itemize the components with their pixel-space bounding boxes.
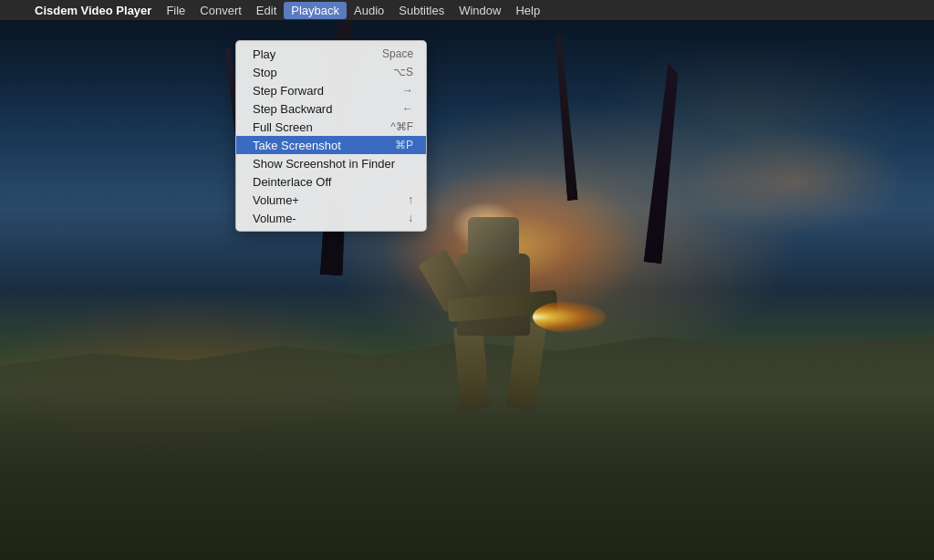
spire-3 [554,36,579,201]
mech-robot [430,190,557,409]
volume-down-shortcut: ↓ [408,212,413,224]
menu-convert[interactable]: Convert [192,2,249,19]
video-area: Play Space Stop ⌥S Step Forward → Step B… [0,20,934,560]
menu-item-play[interactable]: Play Space [236,45,426,63]
menu-item-stop[interactable]: Stop ⌥S [236,63,426,81]
menu-item-take-screenshot[interactable]: Take Screenshot ⌘P [236,136,426,154]
play-shortcut: Space [382,47,413,60]
playback-dropdown-menu: Play Space Stop ⌥S Step Forward → Step B… [235,40,427,232]
menu-item-deinterlace[interactable]: Deinterlace Off [236,172,426,191]
take-screenshot-shortcut: ⌘P [395,139,413,151]
scene-elements [0,20,934,560]
menu-edit[interactable]: Edit [249,2,284,19]
step-backward-shortcut: ← [402,102,413,115]
deinterlace-label: Deinterlace Off [253,175,395,189]
app-name[interactable]: Cisdem Video Player [27,2,159,19]
spire-4 [643,63,682,264]
step-forward-label: Step Forward [253,84,384,98]
menu-playback[interactable]: Playback [284,2,347,19]
menu-audio[interactable]: Audio [347,2,391,19]
show-screenshot-label: Show Screenshot in Finder [253,157,395,171]
menu-item-show-screenshot[interactable]: Show Screenshot in Finder [236,154,426,172]
menu-item-volume-down[interactable]: Volume- ↓ [236,209,426,227]
volume-up-shortcut: ↑ [408,193,413,206]
menu-subtitles[interactable]: Subtitles [391,2,451,19]
mech-leg-left [453,326,490,410]
take-screenshot-label: Take Screenshot [253,139,377,152]
menu-item-full-screen[interactable]: Full Screen ^⌘F [236,118,426,136]
menu-item-volume-up[interactable]: Volume+ ↑ [236,191,426,209]
menu-file[interactable]: File [159,2,192,19]
stop-label: Stop [253,66,375,79]
mech-head [468,217,519,258]
stop-shortcut: ⌥S [393,66,413,78]
menubar: Cisdem Video Player File Convert Edit Pl… [0,0,934,20]
menu-help[interactable]: Help [508,2,547,19]
menu-item-step-forward[interactable]: Step Forward → [236,81,426,99]
step-forward-shortcut: → [402,84,413,97]
full-screen-shortcut: ^⌘F [390,120,413,133]
menu-item-step-backward[interactable]: Step Backward ← [236,99,426,118]
step-backward-label: Step Backward [253,102,384,116]
menu-window[interactable]: Window [451,2,508,19]
muzzle-flash [533,301,606,333]
volume-down-label: Volume- [253,212,389,225]
full-screen-label: Full Screen [253,120,372,134]
volume-up-label: Volume+ [253,193,389,207]
play-label: Play [253,47,364,61]
